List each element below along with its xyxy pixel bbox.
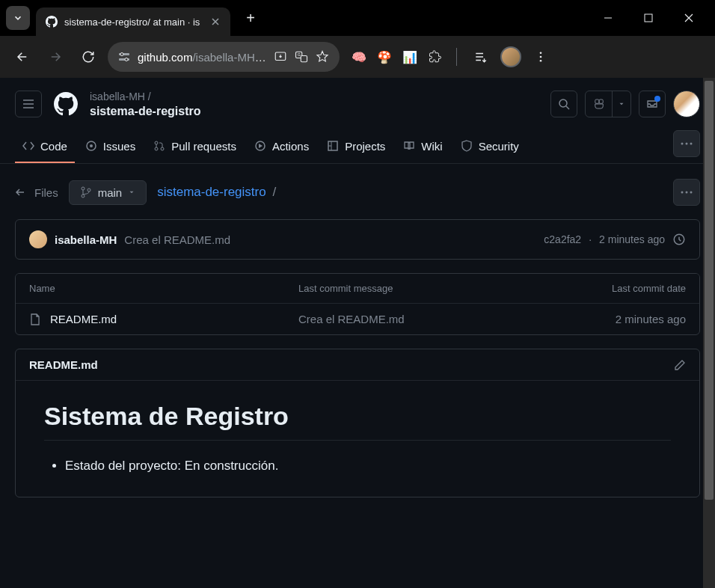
tab-issues[interactable]: Issues: [78, 131, 143, 163]
minimize-button[interactable]: [597, 7, 619, 29]
tab-close-button[interactable]: [209, 16, 221, 28]
back-button[interactable]: [9, 43, 36, 70]
caret-down-icon: [128, 189, 135, 196]
svg-point-20: [681, 143, 684, 145]
latest-commit[interactable]: isabella-MH Crea el README.md c2a2fa2 · …: [15, 219, 700, 260]
search-button[interactable]: [550, 91, 577, 117]
extension-1[interactable]: 🧠: [349, 46, 369, 67]
content-more-button[interactable]: [673, 179, 700, 206]
readme-filename[interactable]: README.md: [29, 358, 98, 371]
repo-owner-link[interactable]: isabella-MH /: [90, 90, 201, 103]
play-icon: [254, 140, 266, 152]
branch-selector[interactable]: main: [69, 180, 147, 205]
file-commit-date: 2 minutes ago: [566, 313, 686, 325]
tab-actions[interactable]: Actions: [247, 131, 316, 163]
extension-2[interactable]: 🍄: [374, 46, 395, 67]
github-header: isabella-MH / sistema-de-registro: [0, 78, 715, 130]
files-back-link[interactable]: Files: [15, 186, 58, 199]
tab-security[interactable]: Security: [453, 131, 527, 163]
svg-point-21: [686, 143, 688, 145]
repo-nav-more[interactable]: [673, 130, 700, 157]
address-bar[interactable]: github.com/isabella-MH/sistema-... G: [108, 42, 340, 72]
inbox-button[interactable]: [639, 91, 666, 117]
svg-point-24: [82, 195, 85, 197]
svg-point-11: [540, 60, 542, 62]
readme-bullet: Estado del proyecto: En construcción.: [65, 456, 671, 476]
tab-projects[interactable]: Projects: [319, 131, 393, 163]
tab-search-dropdown[interactable]: [6, 6, 30, 30]
file-row[interactable]: README.md Crea el README.md 2 minutes ag…: [16, 304, 699, 334]
reload-button[interactable]: [75, 43, 102, 70]
bookmark-star-icon[interactable]: [316, 50, 329, 64]
close-icon: [684, 13, 694, 23]
forward-button[interactable]: [42, 43, 69, 70]
arrow-right-icon: [49, 50, 62, 64]
close-icon: [211, 17, 220, 26]
repo-breadcrumb: isabella-MH / sistema-de-registro: [90, 90, 201, 118]
svg-point-23: [82, 187, 85, 190]
svg-point-27: [686, 192, 688, 194]
new-tab-button[interactable]: +: [239, 7, 262, 29]
content-header: Files main sistema-de-registro /: [15, 179, 700, 206]
extension-icons: 🧠 🍄 📊: [349, 46, 446, 67]
book-icon: [403, 140, 415, 152]
commit-sha[interactable]: c2a2fa2: [544, 233, 581, 245]
col-date: Last commit date: [566, 283, 686, 294]
pencil-icon: [674, 359, 686, 371]
file-table: Name Last commit message Last commit dat…: [15, 273, 700, 335]
col-message: Last commit message: [298, 283, 566, 294]
breadcrumb-root[interactable]: sistema-de-registro: [157, 185, 266, 199]
github-mark-icon: [54, 92, 78, 116]
arrow-left-icon: [16, 50, 29, 64]
copilot-icon: [592, 97, 606, 111]
maximize-button[interactable]: [637, 7, 660, 29]
translate-icon[interactable]: G: [295, 50, 308, 64]
tab-title: sistema-de-registro/ at main · is: [64, 16, 203, 28]
commit-author-avatar: [29, 230, 47, 248]
github-favicon-icon: [45, 15, 58, 28]
reading-list-button[interactable]: [467, 43, 494, 70]
install-app-icon[interactable]: [274, 50, 287, 64]
github-page: isabella-MH / sistema-de-registro Code I…: [0, 78, 715, 588]
extensions-menu[interactable]: [425, 46, 446, 67]
github-logo[interactable]: [52, 91, 79, 117]
commit-message[interactable]: Crea el README.md: [124, 233, 230, 246]
readme-heading: Sistema de Registro: [44, 402, 671, 441]
tab-wiki[interactable]: Wiki: [396, 131, 449, 163]
global-nav-button[interactable]: [15, 91, 42, 117]
tab-code[interactable]: Code: [15, 131, 75, 163]
svg-rect-0: [645, 14, 652, 22]
repo-name-link[interactable]: sistema-de-registro: [90, 105, 201, 118]
file-commit-msg[interactable]: Crea el README.md: [298, 313, 566, 325]
svg-point-16: [155, 147, 158, 150]
shield-icon: [461, 140, 473, 152]
extension-3[interactable]: 📊: [399, 46, 420, 67]
reload-icon: [82, 50, 95, 64]
window-close-button[interactable]: [678, 7, 700, 29]
inbox-icon: [646, 98, 658, 110]
user-avatar[interactable]: [673, 91, 700, 117]
browser-tab[interactable]: sistema-de-registro/ at main · is: [36, 7, 230, 36]
chrome-menu-button[interactable]: [527, 43, 554, 70]
tab-pull-requests[interactable]: Pull requests: [146, 131, 244, 163]
svg-point-3: [120, 53, 123, 56]
window-controls: [597, 7, 709, 29]
scrollbar-thumb[interactable]: [705, 81, 714, 500]
svg-point-10: [540, 56, 542, 58]
copilot-button[interactable]: [585, 91, 631, 117]
svg-point-28: [690, 192, 693, 194]
commit-time: 2 minutes ago: [599, 233, 665, 245]
site-settings-icon: [118, 51, 130, 63]
caret-down-icon: [618, 100, 625, 108]
svg-point-4: [125, 58, 128, 61]
hamburger-icon: [22, 98, 34, 110]
profile-avatar[interactable]: [500, 46, 521, 67]
commit-author[interactable]: isabella-MH: [55, 233, 117, 246]
file-icon: [29, 313, 41, 325]
issue-icon: [85, 140, 97, 152]
puzzle-icon: [429, 50, 442, 64]
toolbar-divider: [456, 48, 457, 66]
history-icon[interactable]: [672, 233, 686, 246]
readme-body: Sistema de Registro Estado del proyecto:…: [16, 381, 699, 497]
edit-readme-button[interactable]: [674, 359, 686, 371]
